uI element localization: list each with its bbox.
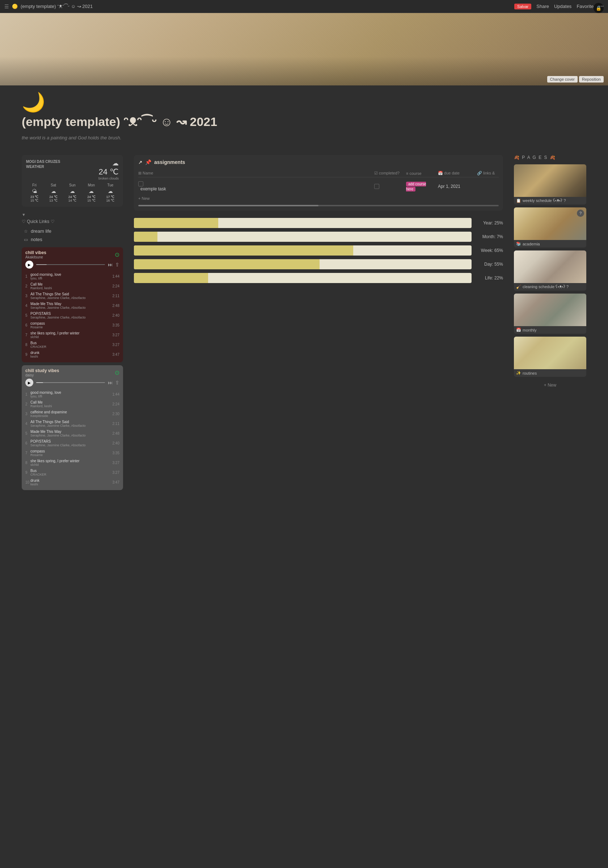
spotify-controls-2: ▶ ⏭ ⇪ <box>22 379 123 388</box>
progress-fill-1 <box>36 264 47 265</box>
progress-bar-week <box>134 245 472 256</box>
track-item[interactable]: 1 good morning, love tysu, tiffi 1:44 <box>25 389 119 399</box>
page-card-img-storefront <box>514 164 586 197</box>
weather-day-sat: Sat ☁ 24 ℃13 ℃ <box>45 183 62 202</box>
complete-checkbox[interactable] <box>374 184 379 189</box>
track-item[interactable]: 6 compass Rosarrie 3:35 <box>25 320 119 330</box>
page-card-img-coffee <box>514 208 586 240</box>
col-header-completed: ☑ completed? <box>374 171 403 175</box>
favorite-button[interactable]: Favorite <box>577 4 594 9</box>
spotify-extra-2: ⏭ ⇪ <box>108 380 119 386</box>
progress-fill-month <box>134 232 158 242</box>
play-button-2[interactable]: ▶ <box>25 379 33 387</box>
page-card-cleaning[interactable]: 🧹 cleaning schedule ʕ•ᴥ•ʔ ? <box>514 251 586 291</box>
page-card-monthly[interactable]: 📅 monthly <box>514 294 586 334</box>
weather-day-sun: Sun ☁ 24 ℃14 ℃ <box>64 183 81 202</box>
progress-row-day: Day: 55% <box>134 259 503 269</box>
spotify-header-1: chill vibes Akakitsune ⊙ <box>22 247 123 260</box>
progress-bar-year <box>134 218 472 228</box>
weekly-icon: 📋 <box>516 198 521 203</box>
track-item[interactable]: 1 good morning, love tysu, tiffi 1:44 <box>25 271 119 281</box>
academia-icon: 📚 <box>516 242 521 246</box>
updates-button[interactable]: Updates <box>554 4 571 9</box>
col-header-due: 📅 due date <box>438 171 474 175</box>
assignments-section: ↗ 📌 assignments ⊞ Name ☑ completed? ≡ co… <box>134 155 503 211</box>
share-icon-1[interactable]: ⇪ <box>115 262 119 268</box>
track-item[interactable]: 4 All The Things She Said Seraphine, Jas… <box>25 419 119 429</box>
share-icon-2[interactable]: ⇪ <box>115 380 119 386</box>
track-item[interactable]: 8 she likes spring, I prefer winter slch… <box>25 458 119 468</box>
nav-notes[interactable]: ▭ notes <box>22 235 123 243</box>
cover-buttons: Change cover Reposition <box>547 76 604 82</box>
progress-fill-week <box>134 245 353 256</box>
assignments-header: ↗ 📌 assignments <box>138 159 499 165</box>
track-item[interactable]: 9 drunk keshi 3:47 <box>25 350 119 360</box>
weather-day-temps: 24 ℃15 ℃ <box>83 195 99 202</box>
track-item[interactable]: 5 POP/STARS Seraphine, Jasmine Clarke, A… <box>25 311 119 320</box>
page-card-label-academia: 📚 academia <box>514 240 586 248</box>
spotify-info-2: chill study vibes daisy <box>25 368 115 377</box>
table-scrollbar[interactable] <box>138 205 499 206</box>
course-col-icon: ≡ <box>406 171 408 175</box>
page-card-academia[interactable]: ? 📚 academia <box>514 208 586 248</box>
main-content: MOGI DAS CRUZES WEATHER ☁ 24 ℃ broken cl… <box>0 155 608 493</box>
new-page-button[interactable]: + New <box>514 380 586 391</box>
play-button-1[interactable]: ▶ <box>25 260 33 268</box>
save-button[interactable]: Salvar <box>514 4 531 9</box>
progress-label-life: Life: 22% <box>476 276 503 281</box>
page-card-label-cleaning: 🧹 cleaning schedule ʕ•ᴥ•ʔ ? <box>514 283 586 291</box>
track-item[interactable]: 8 Bus CRACKER 3:27 <box>25 340 119 350</box>
weather-day-name: Sun <box>64 183 81 187</box>
menu-icon[interactable]: ☰ <box>4 4 9 9</box>
page-card-weekly[interactable]: 📋 weekly schedule ʕ•ᴥ•ʔ ? <box>514 164 586 205</box>
page-card-routines[interactable]: ✨ routines <box>514 336 586 377</box>
assignment-row: exemple task add course here Apr 1, 2021 <box>138 180 499 193</box>
progress-bar-day <box>134 259 472 269</box>
progress-bar-1[interactable] <box>36 264 105 265</box>
progress-row-month: Month: 7% <box>134 232 503 242</box>
track-item[interactable]: 10 drunk keshi 3:47 <box>25 477 119 487</box>
name-col-icon: ⊞ <box>138 171 141 175</box>
page-subtitle: the world is a painting and God holds th… <box>22 135 586 140</box>
progress-bar-life <box>134 273 472 283</box>
progress-bar-month <box>134 232 472 242</box>
track-item[interactable]: 7 compass Rosarrie 3:35 <box>25 448 119 458</box>
course-tag[interactable]: add course here <box>406 182 426 191</box>
track-item[interactable]: 9 Bus CRACKER 3:27 <box>25 468 119 477</box>
track-item[interactable]: 5 Made Me This Way Seraphine, Jasmine Cl… <box>25 429 119 438</box>
weather-day-icon: 🌤 <box>26 188 43 194</box>
track-item[interactable]: 3 All The Things She Said Seraphine, Jas… <box>25 291 119 301</box>
weather-day-name: Tue <box>102 183 119 187</box>
page-emoji-small: 🟡 <box>12 4 18 9</box>
collapse-arrow[interactable]: ▼ <box>22 212 123 217</box>
progress-bar-2[interactable] <box>36 382 105 383</box>
weather-day-icon: ☁ <box>102 188 119 194</box>
reposition-button[interactable]: Reposition <box>579 76 604 82</box>
share-button[interactable]: Share <box>536 4 549 9</box>
page-title[interactable]: (empty template) ᵔᴥᵔ⁀ᵕ ☺ ↝ 2021 <box>22 115 586 129</box>
spotify-title-2: chill study vibes <box>25 368 115 373</box>
track-item[interactable]: 3 caffeine and dopamine Keepitinside 2:3… <box>25 409 119 419</box>
page-card-img-soup <box>514 336 586 369</box>
nav-notes-label: notes <box>31 237 42 242</box>
progress-label-day: Day: 55% <box>476 262 503 267</box>
new-assignment-button[interactable]: + New <box>138 195 499 202</box>
cover-texture <box>0 13 608 85</box>
nav-dream-life[interactable]: ☆ dream life <box>22 227 123 235</box>
skip-icon-2[interactable]: ⏭ <box>108 380 113 386</box>
help-button[interactable]: ? <box>577 209 584 217</box>
middle-column: ↗ 📌 assignments ⊞ Name ☑ completed? ≡ co… <box>134 155 503 493</box>
skip-icon-1[interactable]: ⏭ <box>108 262 113 268</box>
change-cover-button[interactable]: Change cover <box>547 76 578 82</box>
check-col-icon: ☑ <box>374 171 378 175</box>
track-item[interactable]: 7 she likes spring, I prefer winter slch… <box>25 330 119 340</box>
assignment-checkbox[interactable] <box>138 181 143 186</box>
track-item[interactable]: 4 Made Me This Way Seraphine, Jasmine Cl… <box>25 301 119 311</box>
spotify-title-1: chill vibes <box>25 250 115 255</box>
track-item[interactable]: 2 Call Me Rainlord, keshi 2:24 <box>25 399 119 409</box>
right-column: 🍂 p a g e s 🍂 📋 weekly schedule ʕ•ᴥ•ʔ ? … <box>514 155 586 493</box>
track-item[interactable]: 2 Call Me Rainlord, keshi 2:24 <box>25 281 119 291</box>
track-item[interactable]: 6 POP/STARS Seraphine, Jasmine Clarke, A… <box>25 438 119 448</box>
cover-image: Change cover Reposition <box>0 13 608 85</box>
col-header-links: 🔗 links & <box>477 171 499 175</box>
